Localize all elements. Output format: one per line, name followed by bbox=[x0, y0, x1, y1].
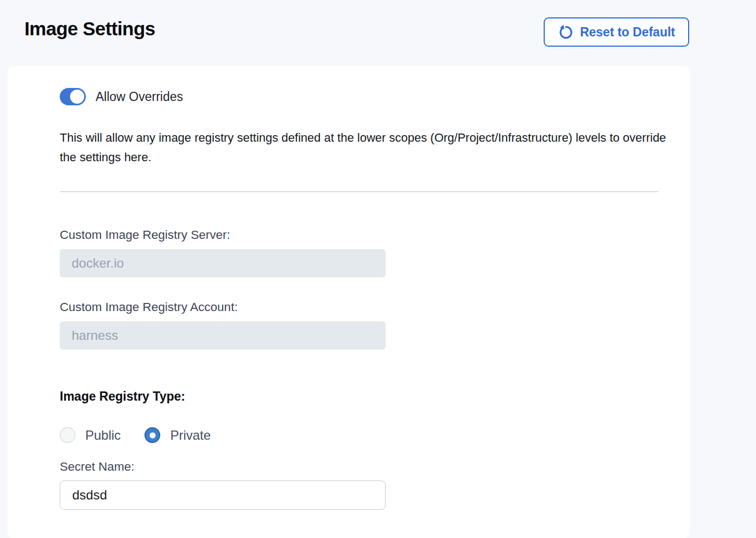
radio-option-public[interactable]: Public bbox=[60, 427, 121, 443]
allow-overrides-label: Allow Overrides bbox=[96, 90, 183, 104]
private-radio-icon[interactable] bbox=[144, 427, 160, 443]
overrides-description: This will allow any image registry setti… bbox=[60, 128, 668, 167]
secret-name-input[interactable] bbox=[60, 480, 386, 510]
reset-to-default-button[interactable]: Reset to Default bbox=[544, 17, 689, 47]
image-settings-panel: Allow Overrides This will allow any imag… bbox=[8, 66, 690, 538]
reset-button-label: Reset to Default bbox=[580, 25, 675, 40]
secret-name-label: Secret Name: bbox=[60, 460, 690, 474]
page-title: Image Settings bbox=[24, 18, 155, 40]
section-divider bbox=[60, 191, 658, 192]
registry-account-field: Custom Image Registry Account: bbox=[60, 300, 690, 350]
private-radio-label: Private bbox=[170, 428, 211, 443]
secret-name-field: Secret Name: bbox=[60, 460, 690, 510]
public-radio-label: Public bbox=[85, 428, 121, 443]
registry-account-label: Custom Image Registry Account: bbox=[60, 300, 690, 314]
registry-type-radio-group: Public Private bbox=[60, 427, 690, 443]
registry-type-heading: Image Registry Type: bbox=[60, 389, 690, 404]
radio-option-private[interactable]: Private bbox=[144, 427, 211, 443]
allow-overrides-toggle[interactable] bbox=[60, 88, 86, 105]
registry-server-input bbox=[60, 249, 386, 277]
registry-account-input bbox=[60, 321, 386, 350]
public-radio-icon[interactable] bbox=[60, 427, 75, 443]
page-header: Image Settings Reset to Default bbox=[0, 0, 756, 66]
registry-server-field: Custom Image Registry Server: bbox=[60, 228, 690, 277]
registry-server-label: Custom Image Registry Server: bbox=[60, 228, 690, 242]
allow-overrides-row: Allow Overrides bbox=[60, 88, 690, 105]
toggle-knob-icon bbox=[70, 90, 84, 104]
reset-icon bbox=[558, 24, 574, 40]
